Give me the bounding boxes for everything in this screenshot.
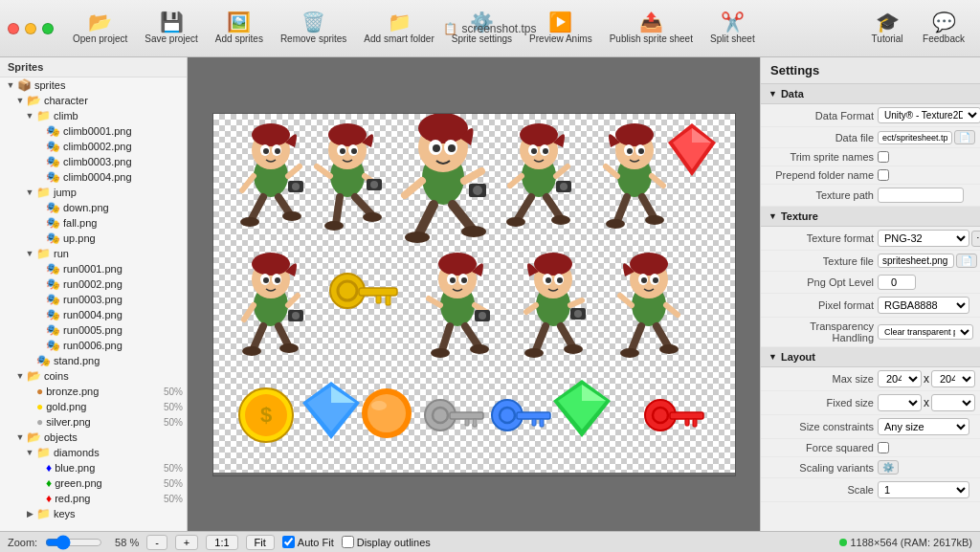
pixel-format-select[interactable]: RGBA8888 <box>878 297 969 314</box>
tree-item-bronze[interactable]: ● bronze.png 50% <box>0 384 187 399</box>
svg-rect-75 <box>376 296 381 303</box>
folder-icon: 📁 <box>36 446 51 459</box>
texture-format-select[interactable]: PNG-32 <box>878 230 969 247</box>
remove-sprites-button[interactable]: 🗑️ Remove sprites <box>273 9 354 48</box>
window-title-icon: 📋 <box>443 22 457 35</box>
section-data-header[interactable]: ▼ Data <box>761 84 980 104</box>
trim-names-checkbox[interactable] <box>878 151 889 163</box>
zoom-minus-button[interactable]: - <box>146 535 167 550</box>
tree-item-jump[interactable]: ▼ 📁 jump <box>0 185 187 200</box>
scaling-variants-row: Scaling variants ⚙️ <box>761 457 980 478</box>
texture-format-value: PNG-32 ⋯ <box>878 230 980 247</box>
tree-item-run0002[interactable]: 🎭 run0002.png <box>0 276 187 292</box>
minimize-button[interactable] <box>25 23 36 34</box>
display-outlines-checkbox[interactable] <box>342 536 354 548</box>
tree-item-stand[interactable]: 🎭 stand.png <box>0 353 187 368</box>
tree-item-run0004[interactable]: 🎭 run0004.png <box>0 307 187 322</box>
svg-point-22 <box>324 221 344 231</box>
tree-item-climb[interactable]: ▼ 📁 climb <box>0 108 187 123</box>
sprite-icon: 🎭 <box>36 354 51 367</box>
open-project-button[interactable]: 📂 Open project <box>65 9 135 48</box>
folder-icon: 📂 <box>27 431 41 444</box>
tree-item-climb0004[interactable]: 🎭 climb0004.png <box>0 169 187 185</box>
auto-fit-checkbox[interactable] <box>282 536 295 548</box>
badge: 50% <box>164 386 183 397</box>
svg-point-81 <box>450 277 456 283</box>
tree-item-down[interactable]: 🎭 down.png <box>0 200 187 215</box>
section-layout-header[interactable]: ▼ Layout <box>761 347 980 367</box>
texture-file-input[interactable] <box>878 254 954 268</box>
texture-path-input[interactable] <box>878 188 964 203</box>
tree-item-up[interactable]: 🎭 up.png <box>0 231 187 246</box>
svg-point-103 <box>641 277 647 283</box>
max-size-w-select[interactable]: 2048 <box>878 370 922 387</box>
tree-item-fall[interactable]: 🎭 fall.png <box>0 215 187 231</box>
tree-item-coins[interactable]: ▼ 📂 coins <box>0 368 187 384</box>
tree-item-gold[interactable]: ● gold.png 50% <box>0 399 187 414</box>
feedback-button[interactable]: 💬 Feedback <box>915 9 972 48</box>
svg-point-17 <box>328 123 367 146</box>
svg-point-14 <box>292 183 300 190</box>
add-sprites-button[interactable]: 🖼️ Add sprites <box>208 9 271 48</box>
prepend-folder-checkbox[interactable] <box>878 169 889 181</box>
split-sheet-button[interactable]: ✂️ Split sheet <box>702 9 763 48</box>
tree-item-run0001[interactable]: 🎭 run0001.png <box>0 261 187 276</box>
data-format-select[interactable]: Unity® - Texture2D sprite <box>878 107 980 123</box>
preview-anims-icon: ▶️ <box>548 12 572 32</box>
svg-point-97 <box>574 310 582 318</box>
zoom-plus-button[interactable]: + <box>175 535 198 550</box>
scale-select[interactable]: 1 <box>878 481 969 498</box>
scaling-variants-button[interactable]: ⚙️ <box>878 460 899 475</box>
force-squared-checkbox[interactable] <box>878 442 889 453</box>
tree-item-red[interactable]: ♦ red.png 50% <box>0 491 187 506</box>
texture-format-btn[interactable]: ⋯ <box>971 231 980 247</box>
save-project-button[interactable]: 💾 Save project <box>137 9 206 48</box>
tree-item-climb0002[interactable]: 🎭 climb0002.png <box>0 139 187 154</box>
close-button[interactable] <box>8 23 19 34</box>
png-opt-input[interactable] <box>878 275 916 290</box>
max-size-h-select[interactable]: 2048 <box>931 370 975 387</box>
zoom-1to1-button[interactable]: 1:1 <box>206 535 237 550</box>
tree-item-green[interactable]: ♦ green.png 50% <box>0 475 187 491</box>
tree-item-blue[interactable]: ♦ blue.png 50% <box>0 460 187 475</box>
tree-item-run0005[interactable]: 🎭 run0005.png <box>0 322 187 338</box>
svg-point-104 <box>653 277 658 283</box>
zoom-slider[interactable] <box>45 535 102 550</box>
texture-file-label: Texture file <box>768 255 874 267</box>
tree-item-sprites[interactable]: ▼ 📦 sprites <box>0 77 187 93</box>
maximize-button[interactable] <box>42 23 54 34</box>
max-size-inputs: 2048 x 2048 <box>878 370 975 387</box>
tutorial-button[interactable]: 🎓 Tutorial <box>861 9 913 48</box>
svg-point-84 <box>470 344 489 354</box>
tree-item-character[interactable]: ▼ 📂 character <box>0 93 187 108</box>
section-texture-header[interactable]: ▼ Texture <box>761 207 980 227</box>
zoom-fit-button[interactable]: Fit <box>246 535 275 550</box>
preview-anims-label: Preview Anims <box>529 33 592 44</box>
svg-point-47 <box>560 183 568 190</box>
tree-item-silver[interactable]: ● silver.png 50% <box>0 414 187 430</box>
fixed-size-h-select[interactable] <box>931 394 975 411</box>
add-smart-folder-button[interactable]: 📁 Add smart folder <box>356 9 441 48</box>
tree-item-keys[interactable]: ▶ 📁 keys <box>0 506 187 521</box>
data-file-browse-button[interactable]: 📄 <box>954 130 975 144</box>
sprite-icon: 🎭 <box>46 140 60 153</box>
folder-icon: 📁 <box>36 507 51 520</box>
tree-item-run[interactable]: ▼ 📁 run <box>0 246 187 261</box>
tree-item-diamonds[interactable]: ▼ 📁 diamonds <box>0 445 187 460</box>
tree-item-objects[interactable]: ▼ 📂 objects <box>0 430 187 445</box>
size-constraints-select[interactable]: Any size <box>878 418 969 435</box>
data-format-label: Data Format <box>768 110 874 121</box>
canvas-area[interactable]: $ <box>188 57 760 531</box>
tree-item-climb0003[interactable]: 🎭 climb0003.png <box>0 154 187 169</box>
publish-sprite-sheet-button[interactable]: 📤 Publish sprite sheet <box>602 9 701 48</box>
tree-item-run0006[interactable]: 🎭 run0006.png <box>0 338 187 353</box>
texture-file-browse[interactable]: 📄 <box>956 254 977 268</box>
transparency-select[interactable]: Clear transparent pixel <box>878 324 973 340</box>
save-project-label: Save project <box>145 33 198 44</box>
add-smart-folder-label: Add smart folder <box>364 33 434 44</box>
tree-item-run0003[interactable]: 🎭 run0003.png <box>0 292 187 307</box>
data-file-input[interactable] <box>878 131 952 144</box>
tree-item-climb0001[interactable]: 🎭 climb0001.png <box>0 123 187 139</box>
svg-point-78 <box>438 253 477 276</box>
fixed-size-w-select[interactable] <box>878 394 922 411</box>
